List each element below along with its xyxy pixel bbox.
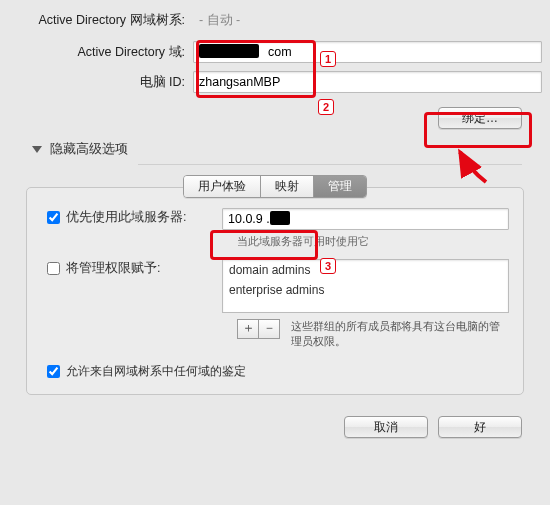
list-item[interactable]: domain admins [223, 260, 508, 280]
row-grant-admin: 将管理权限赋予: domain admins enterprise admins [41, 259, 509, 313]
footer-buttons: 取消 好 [8, 406, 542, 452]
ad-config-panel: Active Directory 网域树系: - 自动 - Active Dir… [0, 0, 550, 452]
row-prefer-server: 优先使用此域服务器: [41, 208, 509, 230]
tab-mapping[interactable]: 映射 [261, 176, 314, 197]
computerid-label: 电脑 ID: [8, 74, 193, 91]
separator [138, 164, 522, 165]
row-domain: Active Directory 域: [8, 41, 542, 63]
forest-label: Active Directory 网域树系: [8, 12, 193, 29]
grant-admin-label: 将管理权限赋予: [66, 259, 222, 277]
redaction-domain [199, 44, 259, 58]
allow-any-domain-label: 允许来自网域树系中任何域的鉴定 [66, 363, 246, 380]
list-item[interactable]: enterprise admins [223, 280, 508, 300]
tab-admin[interactable]: 管理 [314, 176, 366, 197]
cancel-button[interactable]: 取消 [344, 416, 428, 438]
disclosure-row[interactable]: 隐藏高级选项 [8, 133, 542, 162]
ok-button[interactable]: 好 [438, 416, 522, 438]
forest-value: - 自动 - [193, 8, 542, 33]
prefer-server-label: 优先使用此域服务器: [66, 208, 222, 226]
remove-group-button[interactable]: － [258, 319, 280, 339]
prefer-server-checkbox[interactable] [47, 211, 60, 224]
admin-groupbox: 优先使用此域服务器: 当此域服务器可用时使用它 将管理权限赋予: domain … [26, 187, 524, 395]
row-forest: Active Directory 网域树系: - 自动 - [8, 8, 542, 33]
admin-groups-listbox[interactable]: domain admins enterprise admins [222, 259, 509, 313]
redaction-server [270, 211, 290, 225]
row-computerid: 电脑 ID: [8, 71, 542, 93]
grant-admin-checkbox[interactable] [47, 262, 60, 275]
prefer-server-input[interactable] [222, 208, 509, 230]
groups-help-text: 这些群组的所有成员都将具有这台电脑的管理员权限。 [291, 319, 509, 349]
disclosure-triangle-icon [32, 146, 42, 153]
prefer-server-help: 当此域服务器可用时使用它 [237, 234, 509, 249]
computerid-input[interactable] [193, 71, 542, 93]
bind-row: 绑定… [8, 101, 542, 133]
disclosure-label: 隐藏高级选项 [50, 141, 128, 158]
bind-button[interactable]: 绑定… [438, 107, 522, 129]
list-controls: ＋ － 这些群组的所有成员都将具有这台电脑的管理员权限。 [237, 319, 509, 349]
allow-any-domain-checkbox[interactable] [47, 365, 60, 378]
row-allow-any-domain: 允许来自网域树系中任何域的鉴定 [41, 363, 509, 380]
add-group-button[interactable]: ＋ [237, 319, 259, 339]
domain-label: Active Directory 域: [8, 44, 193, 61]
tab-user-experience[interactable]: 用户体验 [184, 176, 261, 197]
